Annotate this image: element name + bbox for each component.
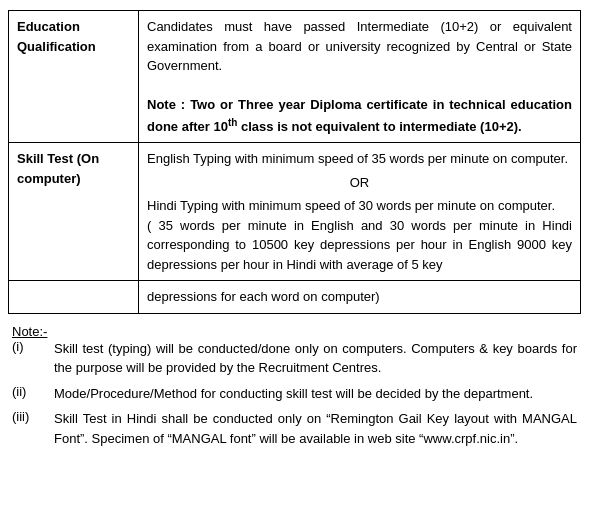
- note-num-3: (iii): [12, 409, 54, 448]
- qualification-table: Education Qualification Candidates must …: [8, 10, 581, 314]
- note-item-1: (i) Skill test (typing) will be conducte…: [12, 339, 577, 378]
- hindi-typing-text: Hindi Typing with minimum speed of 30 wo…: [147, 198, 555, 213]
- skill-test-content: English Typing with minimum speed of 35 …: [139, 143, 581, 281]
- note-text-1: Skill test (typing) will be conducted/do…: [54, 339, 577, 378]
- skill-test-label: Skill Test (On computer): [9, 143, 139, 281]
- education-label: Education Qualification: [9, 11, 139, 143]
- notes-list: Note:- (i) Skill test (typing) will be c…: [12, 324, 577, 449]
- continuation-label: [9, 281, 139, 314]
- note-text-2: Mode/Procedure/Method for conducting ski…: [54, 384, 577, 404]
- note-item-2: (ii) Mode/Procedure/Method for conductin…: [12, 384, 577, 404]
- kph-text: ( 35 words per minute in English and 30 …: [147, 218, 572, 272]
- education-note: Note : Two or Three year Diploma certifi…: [147, 97, 572, 134]
- or-divider: OR: [147, 173, 572, 193]
- note-item-3: (iii) Skill Test in Hindi shall be condu…: [12, 409, 577, 448]
- note-num-1: (i): [12, 339, 54, 378]
- note-num-2: (ii): [12, 384, 54, 404]
- skill-test-row: Skill Test (On computer) English Typing …: [9, 143, 581, 281]
- continuation-row: depressions for each word on computer): [9, 281, 581, 314]
- education-text-1: Candidates must have passed Intermediate…: [147, 19, 572, 73]
- continuation-content: depressions for each word on computer): [139, 281, 581, 314]
- notes-title: Note:-: [12, 324, 47, 339]
- note-text-3: Skill Test in Hindi shall be conducted o…: [54, 409, 577, 448]
- education-content: Candidates must have passed Intermediate…: [139, 11, 581, 143]
- education-row: Education Qualification Candidates must …: [9, 11, 581, 143]
- notes-section: Note:- (i) Skill test (typing) will be c…: [8, 324, 581, 449]
- english-typing-text: English Typing with minimum speed of 35 …: [147, 151, 568, 166]
